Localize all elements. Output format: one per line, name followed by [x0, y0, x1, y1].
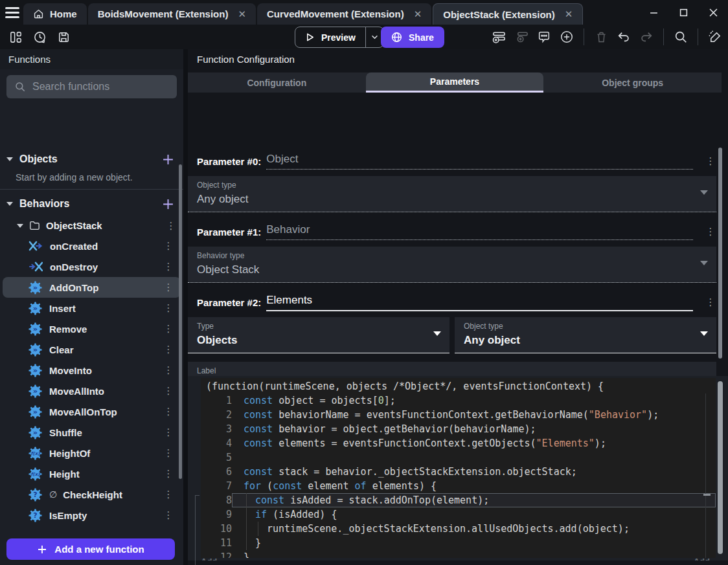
function-item-addontop[interactable]: »AddOnTop⋮	[3, 277, 181, 298]
search-icon[interactable]	[673, 29, 688, 45]
parameter-0-menu-icon[interactable]: ⋮	[705, 155, 716, 167]
sidebar-section-functions[interactable]: Functions	[0, 526, 183, 531]
add-circle-icon[interactable]	[559, 29, 574, 45]
row-menu-icon[interactable]: ⋮	[163, 261, 174, 272]
code-line-9[interactable]: 9if (isAdded) {	[201, 507, 716, 522]
row-menu-icon[interactable]: ⋮	[163, 344, 174, 355]
edit-properties-icon[interactable]	[707, 29, 723, 45]
tab-object-groups[interactable]: Object groups	[543, 72, 722, 93]
line-number: 9	[201, 507, 232, 522]
history-icon[interactable]	[32, 29, 47, 45]
parameter-2-menu-icon[interactable]: ⋮	[705, 296, 716, 308]
function-item-heightof[interactable]: f(x)HeightOf⋮	[3, 443, 181, 463]
redo-icon[interactable]	[639, 29, 654, 45]
row-menu-icon[interactable]: ⋮	[163, 406, 174, 417]
parameter-0-name-input[interactable]: Object	[266, 153, 693, 170]
sidebar-section-objects[interactable]: Objects	[0, 148, 183, 171]
svg-text:»: »	[33, 407, 38, 416]
parameters-scrollbar[interactable]	[718, 148, 722, 359]
function-item-oncreated[interactable]: onCreated⋮	[3, 236, 181, 256]
main-menu-icon[interactable]	[5, 5, 22, 20]
expand-triangle-icon[interactable]	[17, 224, 23, 228]
function-item-moveallontop[interactable]: »MoveAllOnTop⋮	[3, 401, 181, 422]
function-item-moveallinto[interactable]: »MoveAllInto⋮	[3, 381, 181, 401]
line-number: 6	[201, 465, 232, 479]
behavior-group-objectstack[interactable]: ObjectStack⋮	[0, 216, 183, 236]
code-line-11[interactable]: 11}	[201, 536, 716, 550]
minimize-button[interactable]	[639, 0, 668, 25]
code-line-3[interactable]: 3const behavior = object.getBehavior(beh…	[201, 422, 716, 436]
share-button[interactable]: Share	[381, 27, 444, 48]
function-item-moveinto[interactable]: »MoveInto⋮	[3, 360, 181, 381]
function-item-ondestroy[interactable]: onDestroy⋮	[3, 256, 181, 277]
preview-button[interactable]: Preview	[295, 32, 365, 43]
undo-icon[interactable]	[616, 29, 631, 45]
open-project-manager-icon[interactable]	[8, 29, 23, 45]
close-button[interactable]	[698, 0, 728, 25]
save-icon[interactable]	[56, 29, 71, 45]
code-line-7[interactable]: 7for (const element of elements) {	[201, 479, 716, 493]
add-event-icon[interactable]	[491, 29, 506, 45]
row-menu-icon[interactable]: ⋮	[163, 427, 174, 438]
code-line-12[interactable]: 12}	[201, 550, 716, 558]
tab-configuration[interactable]: Configuration	[188, 72, 366, 93]
code-line-6[interactable]: 6const stack = behavior._objectStackExte…	[201, 465, 716, 479]
row-menu-icon[interactable]: ⋮	[163, 240, 174, 252]
row-menu-icon[interactable]: ⋮	[163, 509, 174, 521]
tab-objectstack[interactable]: ObjectStack (Extension) ✕	[433, 3, 583, 25]
parameter-1-menu-icon[interactable]: ⋮	[705, 226, 716, 238]
row-menu-icon[interactable]: ⋮	[163, 323, 174, 335]
parameter-2-object-type-select[interactable]: Object type Any object	[455, 317, 716, 353]
add-comment-icon[interactable]	[536, 29, 552, 45]
tab-home[interactable]: Home	[23, 3, 87, 25]
maximize-button[interactable]	[668, 0, 698, 25]
tab-close-icon[interactable]: ✕	[565, 8, 573, 20]
parameter-1-behavior-type-select[interactable]: Behavior type Object Stack	[188, 247, 716, 283]
row-menu-icon[interactable]: ⋮	[163, 282, 174, 293]
code-line-5[interactable]: 5	[201, 450, 716, 465]
add-icon[interactable]	[162, 153, 174, 166]
tab-curvedmovement[interactable]: CurvedMovement (Extension) ✕	[257, 3, 431, 25]
tab-close-icon[interactable]: ✕	[414, 8, 422, 20]
row-menu-icon[interactable]: ⋮	[163, 385, 174, 397]
function-item-checkheight[interactable]: ?∅CheckHeight⋮	[3, 484, 181, 505]
function-item-height[interactable]: f(x)Height⋮	[3, 463, 181, 484]
lifecycle-created-icon	[28, 240, 43, 252]
row-menu-icon[interactable]: ⋮	[163, 447, 174, 459]
expand-triangle-icon[interactable]	[6, 157, 13, 161]
delete-icon[interactable]	[593, 29, 609, 45]
code-line-2[interactable]: 2const behaviorName = eventsFunctionCont…	[201, 408, 716, 422]
parameter-2-type-select[interactable]: Type Objects	[188, 317, 449, 353]
function-item-remove[interactable]: »Remove⋮	[3, 318, 181, 339]
parameter-0-object-type-select[interactable]: Object type Any object	[188, 176, 716, 212]
tab-parameters[interactable]: Parameters	[366, 72, 544, 93]
tab-label: Home	[50, 8, 77, 19]
row-menu-icon[interactable]: ⋮	[163, 468, 174, 480]
events-scrollbar[interactable]	[718, 381, 723, 554]
code-line-1[interactable]: 1const object = objects[0];	[201, 393, 716, 408]
row-menu-icon[interactable]: ⋮	[163, 302, 174, 314]
function-item-isempty[interactable]: ?IsEmpty⋮	[3, 505, 181, 526]
sidebar-scrollbar[interactable]	[179, 164, 182, 479]
code-line-8[interactable]: 8const isAdded = stack.addOnTop(element)…	[201, 493, 716, 507]
parameter-2-name-input[interactable]: Elements	[266, 294, 693, 311]
row-menu-icon[interactable]: ⋮	[165, 220, 177, 232]
tab-close-icon[interactable]: ✕	[238, 8, 246, 20]
tab-boidsmovement[interactable]: BoidsMovement (Extension) ✕	[88, 3, 256, 25]
sidebar-section-behaviors[interactable]: Behaviors	[0, 192, 183, 216]
row-menu-icon[interactable]: ⋮	[163, 489, 174, 500]
function-item-insert[interactable]: »Insert⋮	[3, 298, 181, 318]
code-line-10[interactable]: 10runtimeScene._objectStackExtension.all…	[201, 522, 716, 536]
search-functions-input[interactable]: Search functions	[6, 75, 177, 98]
javascript-code-editor[interactable]: (function(runtimeScene, objects /*Object…	[201, 378, 716, 558]
add-icon[interactable]	[162, 531, 174, 532]
row-menu-icon[interactable]: ⋮	[163, 364, 174, 376]
add-icon[interactable]	[162, 198, 174, 210]
expand-triangle-icon[interactable]	[6, 202, 13, 206]
add-subevent-icon[interactable]	[514, 29, 529, 45]
add-new-function-button[interactable]: Add a new function	[6, 538, 175, 560]
function-item-shuffle[interactable]: »Shuffle⋮	[3, 422, 181, 443]
function-item-clear[interactable]: »Clear⋮	[3, 339, 181, 360]
code-line-4[interactable]: 4const elements = eventsFunctionContext.…	[201, 436, 716, 450]
parameter-1-name-input[interactable]: Behavior	[266, 223, 693, 240]
